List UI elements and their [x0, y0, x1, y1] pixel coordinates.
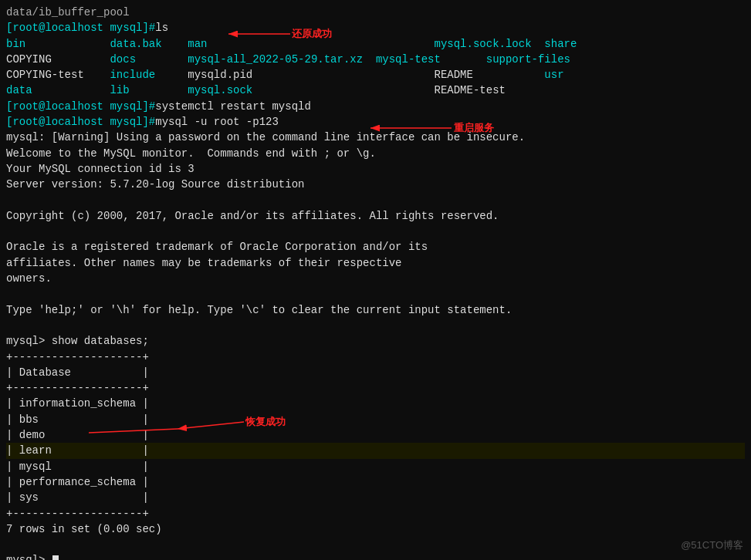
- line-show-db: mysql> show databases;: [6, 333, 745, 349]
- line-systemctl: [root@localhost mysql]#systemctl restart…: [6, 99, 745, 114]
- terminal-cursor: [52, 555, 59, 560]
- line-files-2: COPYING docs mysql-all_2022-05-29.tar.xz…: [6, 52, 745, 67]
- line-files-4: data lib mysql.sock README-test: [6, 83, 745, 98]
- line-db-mysql: | mysql |: [6, 459, 745, 474]
- line-blank3: [6, 286, 745, 302]
- line-table-header: | Database |: [6, 365, 745, 380]
- line-version: Server version: 5.7.20-log Source distri…: [6, 177, 745, 192]
- line-db-sys: | sys |: [6, 490, 745, 505]
- line-help: Type 'help;' or '\h' for help. Type '\c'…: [6, 302, 745, 318]
- line-db-perf: | performance_schema |: [6, 474, 745, 490]
- line-files-1: bin data.bak man mysql.sock.lock share: [6, 36, 745, 52]
- line-mysql-login: [root@localhost mysql]#mysql -u root -p1…: [6, 114, 745, 130]
- line-table-sep: +--------------------+: [6, 380, 745, 396]
- line-welcome: Welcome to the MySQL monitor. Commands e…: [6, 146, 745, 161]
- line-blank2: [6, 224, 745, 239]
- terminal: data/ib_buffer_pool [root@localhost mysq…: [0, 0, 751, 560]
- line-files-3: COPYING-test include mysqld.pid README u…: [6, 67, 745, 83]
- line-blank5: [6, 537, 745, 552]
- line-blank4: [6, 318, 745, 333]
- watermark: @51CTO博客: [681, 538, 743, 552]
- line-final-prompt: mysql>: [6, 552, 745, 560]
- terminal-output: data/ib_buffer_pool [root@localhost mysq…: [6, 5, 745, 560]
- line-rowcount: 7 rows in set (0.00 sec): [6, 521, 745, 537]
- line-warning: mysql: [Warning] Using a password on the…: [6, 130, 745, 145]
- line-oracle3: owners.: [6, 271, 745, 286]
- line-oracle1: Oracle is a registered trademark of Orac…: [6, 239, 745, 255]
- line-connid: Your MySQL connection id is 3: [6, 161, 745, 177]
- line-ls-cmd: [root@localhost mysql]#ls: [6, 20, 745, 35]
- line-oracle2: affiliates. Other names may be trademark…: [6, 255, 745, 271]
- line-bufpool: data/ib_buffer_pool: [6, 5, 745, 20]
- line-copyright: Copyright (c) 2000, 2017, Oracle and/or …: [6, 208, 745, 224]
- line-db-learn: | learn |: [6, 443, 745, 458]
- line-db-information: | information_schema |: [6, 396, 745, 411]
- line-table-bottom: +--------------------+: [6, 506, 745, 521]
- line-db-demo: | demo |: [6, 427, 745, 443]
- line-table-top: +--------------------+: [6, 349, 745, 365]
- line-db-bbs: | bbs |: [6, 412, 745, 427]
- line-blank1: [6, 193, 745, 208]
